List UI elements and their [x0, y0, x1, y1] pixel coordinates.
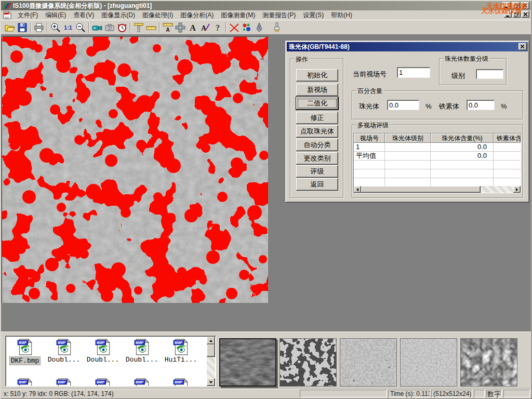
menu-item-image-display[interactable]: 图像显示(D) [98, 10, 139, 21]
thumbnail-3[interactable] [340, 338, 397, 387]
file-list[interactable]: BMP DKF.bmp BMP Doubl... [5, 336, 216, 387]
dialog-close-button[interactable] [518, 43, 527, 50]
header-field[interactable]: 视场号 [354, 134, 385, 143]
svg-text:BMP: BMP [136, 341, 144, 344]
change-class-button[interactable]: 更改类别 [296, 152, 338, 165]
timer-button[interactable] [116, 21, 128, 34]
bmp-file-icon[interactable]: BMP [55, 378, 73, 387]
thumbnail-5[interactable] [460, 338, 517, 387]
file-item-dkf[interactable]: BMP DKF.bmp [6, 338, 44, 365]
particle-analysis-button[interactable] [241, 21, 253, 34]
scrollbar-thumb[interactable] [207, 344, 215, 357]
correct-button[interactable]: 修正 [296, 112, 338, 124]
rating-table: 视场号 珠光体级别 珠光体含量(%) 铁素体含量(%) 1 0.0 平均值 0.… [353, 133, 521, 193]
zoom-in-icon [50, 22, 61, 33]
bmp-file-icon[interactable]: BMP [94, 378, 112, 387]
bmp-file-icon[interactable]: BMP [16, 378, 34, 387]
bmp-file-icon[interactable]: BMP [133, 378, 151, 387]
restore-icon [514, 4, 518, 8]
scroll-left-button[interactable] [354, 186, 361, 193]
minimize-button[interactable] [502, 2, 511, 9]
save-button[interactable] [16, 21, 29, 34]
current-field-input[interactable] [397, 67, 430, 78]
photo-capture-button[interactable] [103, 21, 116, 34]
grade-button[interactable]: 评级 [296, 165, 338, 178]
thumbnail-1[interactable] [219, 338, 276, 387]
file-list-scrollbar[interactable] [207, 337, 215, 386]
menu-item-report[interactable]: 测量报告(P) [259, 10, 299, 21]
mdi-restore-button[interactable] [513, 11, 521, 18]
dialog-title-bar[interactable]: 珠光体(GB/T9441-88) [287, 42, 528, 51]
brush-tool-button[interactable] [271, 21, 283, 34]
toolbar-separator [130, 22, 131, 33]
actual-size-button[interactable]: 1:1 [62, 21, 74, 34]
toolbar-separator [159, 22, 160, 33]
text-edit-button[interactable]: A [199, 21, 211, 34]
pick-pearlite-button[interactable]: 点取珠光体 [296, 125, 338, 138]
file-item-huiti[interactable]: BMP HuiTi... [162, 338, 200, 364]
pearlite-percent-sign: % [425, 102, 432, 110]
toolbar-separator [30, 22, 31, 33]
menu-item-image-analysis[interactable]: 图像分析(A) [177, 10, 217, 21]
header-ferrite[interactable]: 铁素体含量(%) [494, 134, 521, 143]
restore-button[interactable] [512, 2, 520, 9]
menu-item-settings[interactable]: 设置(S) [299, 10, 327, 21]
help-button[interactable]: ? [211, 21, 224, 34]
scroll-up-button[interactable] [207, 337, 215, 344]
caliper-measure-button[interactable] [132, 21, 145, 34]
menu-item-edit[interactable]: 编辑(E) [42, 10, 70, 21]
table-row[interactable]: 1 0.0 [354, 143, 521, 152]
zoom-in-button[interactable] [49, 21, 62, 34]
thumbnail-4[interactable] [400, 338, 457, 387]
scroll-right-button[interactable] [513, 186, 521, 193]
grade-level-input[interactable] [476, 69, 503, 79]
grid-tool-button[interactable] [174, 21, 187, 34]
table-horizontal-scrollbar[interactable] [354, 186, 521, 193]
menu-item-image-measure[interactable]: 图像测量(M) [217, 10, 259, 21]
ruler-measure-button[interactable] [145, 21, 157, 34]
thumbnail-2[interactable] [280, 338, 337, 387]
file-item-doubl3[interactable]: BMP Doubl... [123, 338, 161, 364]
init-button[interactable]: 初始化 [296, 69, 338, 82]
header-grade[interactable]: 珠光体级别 [385, 134, 431, 143]
menu-item-help[interactable]: 帮助(H) [327, 10, 356, 21]
close-button[interactable] [521, 2, 529, 9]
measure-annotate-button[interactable]: A [162, 21, 174, 34]
header-pearlite[interactable]: 珠光体含量(%) [431, 134, 494, 143]
text-tool-button[interactable]: A [187, 21, 199, 34]
menu-item-view[interactable]: 查看(V) [70, 10, 98, 21]
scroll-down-button[interactable] [207, 378, 215, 386]
zoom-out-button[interactable] [74, 21, 87, 34]
image-viewport [2, 36, 268, 303]
cursor-position-readout: x: 510 y: 79 idx: 0 RGB: (174, 174, 174) [4, 390, 113, 397]
menu-item-file[interactable]: 文件(F) [14, 10, 42, 21]
pearlite-percent-input[interactable] [387, 100, 419, 110]
mdi-minimize-button[interactable] [504, 11, 512, 18]
scrollbar-thumb[interactable] [361, 186, 481, 193]
return-button[interactable]: 返回 [296, 178, 338, 191]
menu-item-image-process[interactable]: 图像处理(I) [139, 10, 177, 21]
ferrite-percent-input[interactable] [467, 100, 495, 110]
metallographic-image[interactable] [2, 37, 268, 303]
open-file-button[interactable] [4, 21, 16, 34]
cell-pearlite: 0.0 [431, 143, 494, 151]
print-button[interactable] [33, 21, 45, 34]
binarize-button[interactable]: 二值化 [296, 97, 338, 110]
status-panel-empty [474, 390, 485, 397]
table-row[interactable]: 平均值 0.0 [354, 152, 521, 161]
toolbar-separator [225, 22, 227, 33]
bmp-file-icon[interactable]: BMP [172, 378, 190, 387]
save-icon [17, 22, 28, 33]
cell-grade [385, 143, 431, 151]
auto-classify-button[interactable]: 自动分类 [296, 139, 338, 151]
file-item-doubl2[interactable]: BMP Doubl... [84, 338, 122, 364]
cell-field: 1 [354, 143, 385, 151]
file-item-doubl1[interactable]: BMP Doubl... [45, 338, 83, 364]
curve-tool-button[interactable] [228, 21, 241, 34]
pen-tool-button[interactable] [253, 21, 265, 34]
mdi-close-button[interactable] [522, 11, 529, 18]
new-field-button[interactable]: 新视场 [296, 84, 338, 96]
ruler-text-icon: A [162, 22, 174, 33]
video-capture-button[interactable] [91, 21, 103, 34]
triangle-right-icon [516, 188, 518, 191]
